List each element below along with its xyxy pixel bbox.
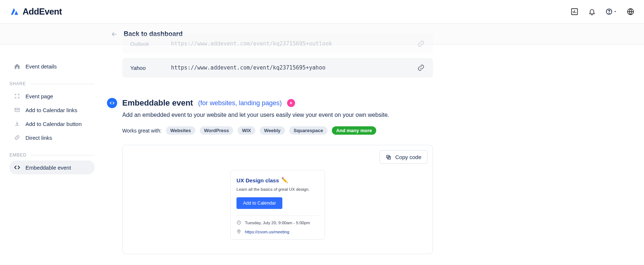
copy-code-button[interactable]: Copy code	[379, 150, 428, 164]
chip: WordPress	[200, 126, 233, 135]
works-with-row: Works great with: Websites WordPress WIX…	[122, 126, 433, 135]
logo-icon	[9, 7, 19, 16]
sidebar-item-label: Add to Calendar links	[25, 107, 77, 113]
direct-link-row: Outlook https://www.addevent.com/event/k…	[122, 34, 433, 54]
event-card-description: Learn all the basics of great UX design.	[236, 187, 319, 191]
embed-preview: Copy code UX Design class ✏️ Learn all t…	[122, 145, 433, 254]
globe-icon[interactable]	[627, 8, 635, 16]
app-header: AddEvent	[0, 0, 644, 24]
sidebar-item-embeddable-event[interactable]: Embeddable event	[9, 161, 95, 174]
svg-point-8	[238, 231, 239, 232]
sidebar-item-label: Embeddable event	[25, 165, 71, 171]
home-icon	[14, 63, 20, 70]
main-content: Outlook https://www.addevent.com/event/k…	[98, 45, 433, 265]
section-description: Add an embedded event to your website an…	[122, 112, 433, 118]
svg-point-2	[609, 13, 609, 13]
help-menu[interactable]	[605, 8, 617, 15]
event-card-title: UX Design class ✏️	[236, 177, 319, 183]
analytics-icon[interactable]	[571, 8, 579, 16]
sidebar-item-event-details[interactable]: Event details	[9, 59, 95, 73]
mail-icon	[14, 107, 20, 113]
pencil-emoji-icon: ✏️	[281, 177, 288, 183]
chip: Websites	[166, 126, 195, 135]
sidebar-item-atc-links[interactable]: Add to Calendar links	[9, 103, 95, 117]
code-badge-icon	[107, 98, 117, 108]
clock-icon	[236, 220, 241, 225]
sidebar-item-label: Event details	[25, 63, 57, 70]
link-icon[interactable]	[417, 40, 425, 48]
download-icon	[14, 120, 20, 127]
chip-more[interactable]: And many more	[332, 126, 376, 135]
sidebar-item-label: Event page	[25, 93, 53, 99]
bolt-badge-icon	[287, 99, 295, 107]
copy-icon	[386, 154, 391, 160]
sidebar-item-event-page[interactable]: Event page	[9, 89, 95, 103]
sidebar-section-embed: EMBED	[9, 145, 95, 161]
provider-url: https://www.addevent.com/event/kq2371569…	[171, 64, 409, 71]
section-title: Embeddable event	[122, 98, 193, 108]
pin-icon	[236, 229, 241, 234]
copy-code-label: Copy code	[395, 154, 421, 160]
event-card-location: https://zoom.us/meeting	[236, 227, 319, 234]
code-icon	[14, 164, 20, 171]
help-icon	[605, 8, 613, 15]
section-subtitle: (for websites, landing pages)	[198, 99, 282, 107]
notifications-icon[interactable]	[588, 8, 596, 16]
sidebar-section-share: SHARE	[9, 73, 95, 89]
chip: WIX	[238, 126, 255, 135]
add-to-calendar-button[interactable]: Add to Calendar	[236, 197, 282, 209]
chip: Squarespace	[289, 126, 327, 135]
sidebar: Event details SHARE Event page Add to Ca…	[0, 45, 98, 265]
provider-label: Yahoo	[130, 65, 163, 71]
event-card-location-link[interactable]: https://zoom.us/meeting	[245, 230, 289, 234]
logo[interactable]: AddEvent	[9, 7, 62, 17]
works-with-label: Works great with:	[122, 128, 162, 134]
provider-url: https://www.addevent.com/event/kq2371569…	[171, 40, 409, 47]
event-card: UX Design class ✏️ Learn all the basics …	[230, 170, 325, 240]
sidebar-item-label: Add to Calendar button	[25, 121, 82, 127]
sidebar-item-direct-links[interactable]: Direct links	[9, 131, 95, 145]
sidebar-item-atc-button[interactable]: Add to Calendar button	[9, 117, 95, 131]
provider-label: Outlook	[130, 41, 163, 47]
chevron-down-icon	[613, 10, 617, 13]
chip: Weebly	[260, 126, 285, 135]
link-icon[interactable]	[417, 64, 425, 72]
sidebar-item-label: Direct links	[25, 135, 52, 141]
event-card-time: Tuesday, July 20, 9:00am - 5:00pm	[236, 215, 319, 225]
direct-link-row: Yahoo https://www.addevent.com/event/kq2…	[122, 58, 433, 78]
link-icon	[14, 134, 20, 141]
logo-text: AddEvent	[23, 7, 62, 17]
expand-icon	[14, 93, 20, 99]
